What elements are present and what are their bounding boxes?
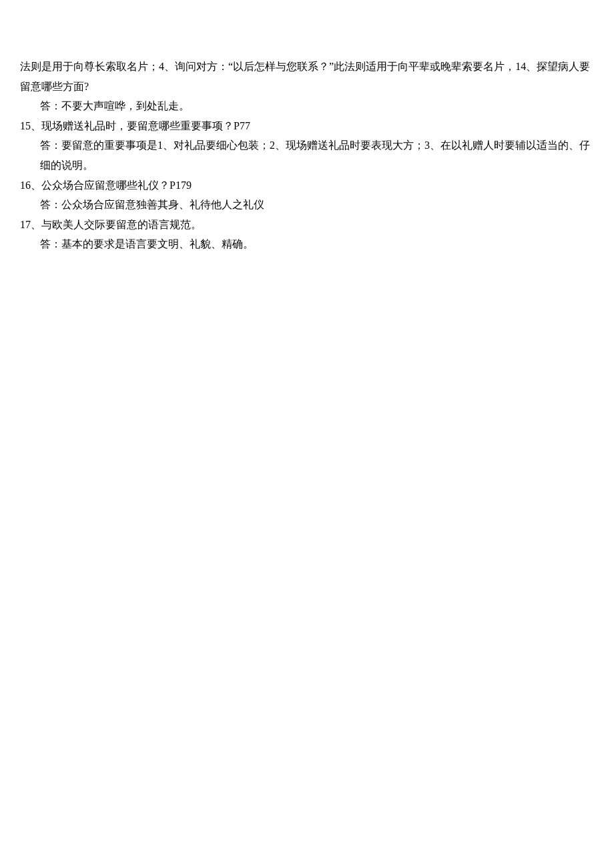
text-line: 16、公众场合应留意哪些礼仪？P179 [20,175,594,195]
text-line: 17、与欧美人交际要留意的语言规范。 [20,215,594,235]
text-line: 答：不要大声喧哗，到处乱走。 [20,96,594,116]
text-line: 法则是用于向尊长索取名片；4、询问对方：“以后怎样与您联系？”此法则适用于向平辈… [20,57,594,96]
text-line: 答：基本的要求是语言要文明、礼貌、精确。 [20,234,594,254]
text-line: 15、现场赠送礼品时，要留意哪些重要事项？P77 [20,116,594,136]
text-line: 答：要留意的重要事项是1、对礼品要细心包装；2、现场赠送礼品时要表现大方；3、在… [20,135,594,175]
text-line: 答：公众场合应留意独善其身、礼待他人之礼仪 [20,195,594,215]
document-page: 法则是用于向尊长索取名片；4、询问对方：“以后怎样与您联系？”此法则适用于向平辈… [0,0,614,274]
